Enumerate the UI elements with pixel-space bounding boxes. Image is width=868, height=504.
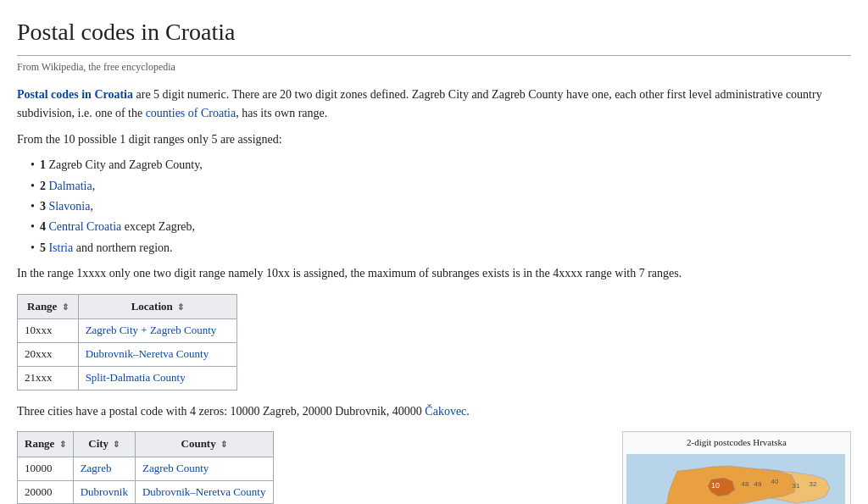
list-item-5: 5 Istria and northern region. <box>31 239 851 258</box>
list-item-2: 2 Dalmatia, <box>31 177 851 196</box>
svg-text:10: 10 <box>711 481 720 490</box>
intro-paragraph-1: Postal codes in Croatia are 5 digit nume… <box>17 86 851 124</box>
svg-text:31: 31 <box>793 482 800 490</box>
cakovec-link[interactable]: Čakovec <box>425 405 466 418</box>
table1-location-cell: Zagreb City + Zagreb County <box>78 319 236 343</box>
table-row: 10xxx Zagreb City + Zagreb County <box>18 319 237 343</box>
digit-ranges-list: 1 Zagreb City and Zagreb County, 2 Dalma… <box>31 156 851 258</box>
zeros-sentence: Three cities have a postal code with 4 z… <box>17 402 851 421</box>
table2-city-header[interactable]: City ⇕ <box>73 432 135 457</box>
table1-location-cell: Split-Dalmatia County <box>78 366 236 390</box>
svg-text:49: 49 <box>754 480 762 488</box>
table1-range-cell: 20xxx <box>18 343 79 367</box>
map-container: 2-digit postcodes Hrvatska <box>622 431 851 504</box>
list-item-1: 1 Zagreb City and Zagreb County, <box>31 156 851 174</box>
postal-codes-link[interactable]: Postal codes in Croatia <box>17 88 133 101</box>
table-2: Range ⇕ City ⇕ County ⇕ 10000 Zagreb Zag… <box>17 431 274 504</box>
bottom-layout: Range ⇕ City ⇕ County ⇕ 10000 Zagreb Zag… <box>17 431 851 504</box>
counties-of-croatia-link[interactable]: counties of Croatia <box>146 107 236 119</box>
table1-location-cell: Dubrovnik–Neretva County <box>78 343 236 367</box>
county-cell: Zagreb County <box>135 457 273 480</box>
range-cell: 10000 <box>18 457 74 480</box>
city-cell: Zagreb <box>73 457 135 480</box>
slavonia-link[interactable]: Slavonia <box>48 200 90 213</box>
range-cell: 20000 <box>18 480 74 504</box>
table1-location-header[interactable]: Location ⇕ <box>78 294 236 319</box>
table-1: Range ⇕ Location ⇕ 10xxx Zagreb City + Z… <box>17 294 237 390</box>
svg-text:40: 40 <box>771 478 779 485</box>
table-row: 21xxx Split-Dalmatia County <box>18 366 237 390</box>
central-croatia-link[interactable]: Central Croatia <box>48 220 121 233</box>
list-item-4: 4 Central Croatia except Zagreb, <box>31 218 851 236</box>
intro-paragraph-2: From the 10 possible 1 digit ranges only… <box>17 130 851 149</box>
city-cell: Dubrovnik <box>73 480 135 504</box>
map-box: 2-digit postcodes Hrvatska <box>622 431 851 504</box>
table2-range-header[interactable]: Range ⇕ <box>18 432 74 457</box>
table-row: 20xxx Dubrovnik–Neretva County <box>18 343 237 367</box>
table-row: 10000 Zagreb Zagreb County <box>18 457 274 480</box>
table1-range-header[interactable]: Range ⇕ <box>18 294 79 319</box>
istria-link[interactable]: Istria <box>48 241 73 254</box>
dalmatia-link[interactable]: Dalmatia <box>48 180 92 192</box>
svg-text:48: 48 <box>742 480 749 488</box>
table2-container: Range ⇕ City ⇕ County ⇕ 10000 Zagreb Zag… <box>17 431 609 504</box>
table2-county-header[interactable]: County ⇕ <box>135 432 273 457</box>
county-cell: Dubrovnik–Neretva County <box>135 480 273 504</box>
source-attribution: From Wikipedia, the free encyclopedia <box>17 59 851 75</box>
table1-range-cell: 10xxx <box>18 319 79 343</box>
page-title: Postal codes in Croatia <box>17 14 851 56</box>
map-image: 10 21 51 31 40 48 20 22 32 49 52 23 <box>626 454 845 504</box>
svg-text:32: 32 <box>810 480 817 488</box>
list-item-3: 3 Slavonia, <box>31 197 851 216</box>
table1-range-cell: 21xxx <box>18 366 79 390</box>
table-row: 20000 Dubrovnik Dubrovnik–Neretva County <box>18 480 274 504</box>
map-title: 2-digit postcodes Hrvatska <box>626 435 847 451</box>
range-sentence: In the range 1xxxx only one two digit ra… <box>17 264 851 283</box>
